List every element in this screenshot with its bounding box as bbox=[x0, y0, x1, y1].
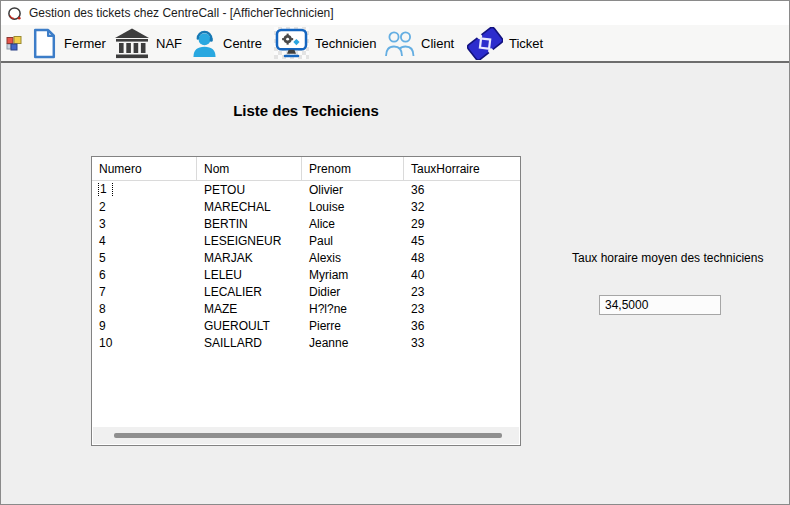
table-cell: SAILLARD bbox=[197, 336, 302, 350]
table-row[interactable]: 10SAILLARDJeanne33 bbox=[92, 334, 520, 351]
table-cell: Didier bbox=[302, 285, 404, 299]
column-header-numero[interactable]: Numero bbox=[92, 157, 197, 180]
table-cell: 10 bbox=[92, 336, 197, 350]
table-cell: Olivier bbox=[302, 183, 404, 197]
table-cell: Louise bbox=[302, 200, 404, 214]
column-header-nom[interactable]: Nom bbox=[197, 157, 302, 180]
toolbar-button-label: Ticket bbox=[509, 36, 543, 51]
horizontal-scrollbar-thumb[interactable] bbox=[114, 433, 502, 438]
table-cell: LELEU bbox=[197, 268, 302, 282]
table-row[interactable]: 8MAZEH?l?ne23 bbox=[92, 300, 520, 317]
focused-cell-value: 1 bbox=[99, 182, 112, 197]
ticket-icon bbox=[467, 27, 503, 60]
clients-icon bbox=[385, 30, 415, 57]
forms-grid-icon bbox=[6, 25, 22, 61]
table-cell: 9 bbox=[92, 319, 197, 333]
toolbar-button-label: Centre bbox=[223, 36, 262, 51]
table-cell: Paul bbox=[302, 234, 404, 248]
table-cell: 3 bbox=[92, 217, 197, 231]
table-cell: MARECHAL bbox=[197, 200, 302, 214]
table-row[interactable]: 6LELEUMyriam40 bbox=[92, 266, 520, 283]
app-icon bbox=[7, 6, 22, 21]
table-cell: MARJAK bbox=[197, 251, 302, 265]
toolbar-button-centre[interactable]: Centre bbox=[192, 25, 262, 61]
table-cell: 1 bbox=[92, 182, 197, 197]
table-cell: MAZE bbox=[197, 302, 302, 316]
monitor-gears-icon bbox=[274, 27, 309, 59]
toolbar-button-label: Fermer bbox=[64, 36, 106, 51]
window-title: Gestion des tickets chez CentreCall - [A… bbox=[29, 6, 334, 20]
column-header-tauxhorraire[interactable]: TauxHorraire bbox=[404, 157, 520, 180]
column-header-prenom[interactable]: Prenom bbox=[302, 157, 404, 180]
table-row[interactable]: 3BERTINAlice29 bbox=[92, 215, 520, 232]
table-cell: 32 bbox=[404, 200, 520, 214]
average-rate-field[interactable]: 34,5000 bbox=[599, 295, 721, 315]
table-row[interactable]: 7LECALIERDidier23 bbox=[92, 283, 520, 300]
table-row[interactable]: 4LESEIGNEURPaul45 bbox=[92, 232, 520, 249]
table-cell: 40 bbox=[404, 268, 520, 282]
table-cell: 6 bbox=[92, 268, 197, 282]
bank-icon bbox=[114, 28, 150, 59]
table-row[interactable]: 1PETOUOlivier36 bbox=[92, 181, 520, 198]
table-cell: LESEIGNEUR bbox=[197, 234, 302, 248]
toolbar: Fermer NAF bbox=[1, 25, 789, 63]
table-cell: 29 bbox=[404, 217, 520, 231]
table-cell: 2 bbox=[92, 200, 197, 214]
table-cell: 36 bbox=[404, 183, 520, 197]
table-cell: Pierre bbox=[302, 319, 404, 333]
table-cell: 33 bbox=[404, 336, 520, 350]
table-cell: Alice bbox=[302, 217, 404, 231]
table-cell: GUEROULT bbox=[197, 319, 302, 333]
table-cell: Myriam bbox=[302, 268, 404, 282]
table-cell: 45 bbox=[404, 234, 520, 248]
toolbar-button-client[interactable]: Client bbox=[385, 25, 454, 61]
toolbar-button-naf[interactable]: NAF bbox=[114, 25, 182, 61]
table-cell: 5 bbox=[92, 251, 197, 265]
table-cell: Jeanne bbox=[302, 336, 404, 350]
document-icon bbox=[31, 28, 58, 59]
page-title: Liste des Techiciens bbox=[91, 102, 521, 119]
table-cell: PETOU bbox=[197, 183, 302, 197]
horizontal-scrollbar[interactable] bbox=[93, 427, 519, 444]
table-cell: 23 bbox=[404, 302, 520, 316]
toolbar-button-technicien[interactable]: Technicien bbox=[274, 25, 376, 61]
grid-header-row: NumeroNomPrenomTauxHorraire bbox=[92, 157, 520, 181]
table-row[interactable]: 5MARJAKAlexis48 bbox=[92, 249, 520, 266]
table-cell: BERTIN bbox=[197, 217, 302, 231]
toolbar-button-fermer[interactable]: Fermer bbox=[31, 25, 106, 61]
table-cell: 8 bbox=[92, 302, 197, 316]
app-window: Gestion des tickets chez CentreCall - [A… bbox=[0, 0, 790, 505]
grid-body: 1PETOUOlivier362MARECHALLouise323BERTINA… bbox=[92, 181, 520, 351]
table-cell: LECALIER bbox=[197, 285, 302, 299]
technicians-grid: NumeroNomPrenomTauxHorraire 1PETOUOlivie… bbox=[91, 156, 521, 446]
table-cell: 7 bbox=[92, 285, 197, 299]
table-cell: H?l?ne bbox=[302, 302, 404, 316]
table-cell: 23 bbox=[404, 285, 520, 299]
title-bar: Gestion des tickets chez CentreCall - [A… bbox=[1, 1, 789, 25]
toolbar-button-label: Client bbox=[421, 36, 454, 51]
table-cell: 36 bbox=[404, 319, 520, 333]
toolbar-button-label: NAF bbox=[156, 36, 182, 51]
toolbar-button-ticket[interactable]: Ticket bbox=[467, 25, 543, 61]
table-row[interactable]: 9GUEROULTPierre36 bbox=[92, 317, 520, 334]
table-cell: Alexis bbox=[302, 251, 404, 265]
support-agent-icon bbox=[192, 29, 217, 58]
table-cell: 4 bbox=[92, 234, 197, 248]
table-row[interactable]: 2MARECHALLouise32 bbox=[92, 198, 520, 215]
toolbar-button-label: Technicien bbox=[315, 36, 376, 51]
average-rate-label: Taux horaire moyen des techniciens bbox=[572, 251, 763, 265]
table-cell: 48 bbox=[404, 251, 520, 265]
